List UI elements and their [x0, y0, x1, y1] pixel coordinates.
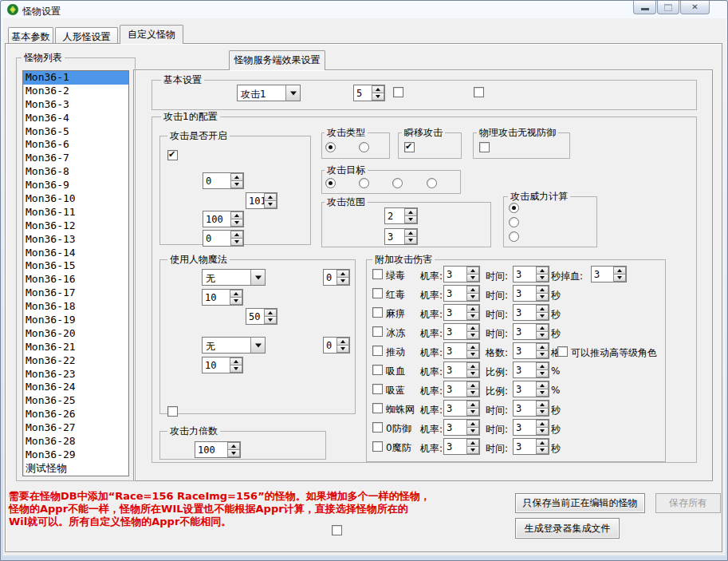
damage-param-spinner[interactable]: 3: [513, 266, 549, 282]
spin-up-icon[interactable]: [404, 229, 417, 237]
target-count-spinner[interactable]: 0: [203, 230, 244, 247]
spin-down-icon[interactable]: [230, 239, 243, 246]
spin-down-icon[interactable]: [466, 389, 479, 397]
damage-chance-spinner[interactable]: 3: [443, 266, 480, 282]
damage-name-label[interactable]: 吸血: [386, 365, 405, 378]
damage-name-label[interactable]: 推动: [386, 346, 405, 359]
spin-down-icon[interactable]: [466, 313, 479, 320]
spin-down-icon[interactable]: [336, 346, 349, 353]
spin-up-icon[interactable]: [227, 442, 240, 450]
spin-down-icon[interactable]: [536, 428, 549, 435]
list-item[interactable]: Mon36-19: [23, 314, 128, 327]
list-item[interactable]: Mon36-10: [23, 192, 128, 206]
damage-param-spinner[interactable]: 3: [513, 361, 549, 378]
spin-up-icon[interactable]: [536, 439, 549, 447]
enable-attack-checkbox[interactable]: [167, 150, 178, 160]
spin-up-icon[interactable]: [466, 362, 479, 370]
list-item[interactable]: Mon36-21: [23, 341, 128, 354]
spin-up-icon[interactable]: [536, 305, 549, 313]
chevron-down-icon[interactable]: [250, 338, 265, 353]
push-high-level-checkbox[interactable]: [557, 346, 568, 357]
melee-radio[interactable]: [325, 142, 336, 152]
list-item[interactable]: Mon36-16: [23, 273, 128, 286]
damage-enable-checkbox[interactable]: [372, 288, 383, 298]
maximize-button[interactable]: [657, 1, 679, 14]
spin-up-icon[interactable]: [230, 211, 243, 219]
list-item[interactable]: Mon36-5: [23, 125, 128, 139]
spin-up-icon[interactable]: [466, 381, 479, 389]
push-high-level-label[interactable]: 可以推动高等级角色: [571, 346, 657, 360]
list-item[interactable]: Mon36-9: [23, 179, 128, 192]
spin-up-icon[interactable]: [466, 305, 479, 313]
damage-chance-spinner[interactable]: 3: [443, 342, 480, 359]
list-item[interactable]: Mon36-29: [23, 448, 128, 462]
attack-select[interactable]: 攻击1: [237, 85, 301, 101]
damage-chance-spinner[interactable]: 3: [443, 438, 480, 455]
spin-down-icon[interactable]: [466, 428, 479, 435]
spin-down-icon[interactable]: [466, 370, 479, 377]
damage-name-label[interactable]: 蜘蛛网: [386, 403, 415, 417]
damage-enable-checkbox[interactable]: [372, 307, 383, 318]
teleport-checkbox[interactable]: [404, 142, 415, 152]
spin-down-icon[interactable]: [230, 365, 242, 373]
list-item[interactable]: Mon36-25: [23, 394, 128, 408]
list-item[interactable]: Mon36-22: [23, 354, 128, 368]
spin-down-icon[interactable]: [536, 275, 549, 282]
save-current-button[interactable]: 只保存当前正在编辑的怪物: [515, 493, 645, 513]
spin-down-icon[interactable]: [536, 351, 549, 358]
spin-up-icon[interactable]: [230, 358, 242, 365]
list-item[interactable]: Mon36-13: [23, 233, 128, 247]
damage-enable-checkbox[interactable]: [372, 384, 383, 394]
damage-param-spinner[interactable]: 3: [513, 381, 549, 397]
use-mc-radio[interactable]: [509, 217, 519, 227]
spin-down-icon[interactable]: [372, 93, 384, 101]
list-item[interactable]: Mon36-6: [23, 138, 128, 152]
list-item[interactable]: Mon36-15: [23, 259, 128, 273]
tab-server-effects[interactable]: 怪物服务端效果设置: [229, 50, 325, 70]
spin-down-icon[interactable]: [466, 447, 479, 454]
spin-up-icon[interactable]: [613, 267, 626, 275]
spin-down-icon[interactable]: [466, 294, 479, 301]
sight-range-spinner[interactable]: 5: [353, 85, 385, 101]
spin-down-icon[interactable]: [466, 275, 479, 282]
spin-up-icon[interactable]: [536, 362, 549, 370]
spin-up-icon[interactable]: [466, 267, 479, 275]
spin-up-icon[interactable]: [536, 381, 549, 389]
list-item[interactable]: Mon36-4: [23, 112, 128, 125]
list-item[interactable]: Mon36-7: [23, 152, 128, 165]
tab-custom-monsters[interactable]: 自定义怪物: [120, 25, 183, 44]
attack-level-spinner[interactable]: 0: [323, 337, 350, 354]
damage-name-label[interactable]: 麻痹: [386, 307, 405, 321]
damage-name-label[interactable]: 吸蓝: [386, 384, 405, 397]
spin-up-icon[interactable]: [336, 338, 349, 346]
spin-up-icon[interactable]: [536, 343, 549, 351]
spin-down-icon[interactable]: [536, 409, 549, 416]
list-item[interactable]: Mon36-8: [23, 165, 128, 179]
group-range-spinner[interactable]: 3: [384, 228, 418, 245]
use-sc-radio[interactable]: [509, 231, 519, 242]
list-item[interactable]: Mon36-12: [23, 219, 128, 233]
list-item[interactable]: 测试怪物: [23, 462, 128, 476]
target-halfmoon-radio[interactable]: [427, 178, 437, 188]
magic-chance-spinner[interactable]: 10: [202, 357, 243, 373]
spin-up-icon[interactable]: [336, 270, 349, 278]
spin-down-icon[interactable]: [536, 447, 549, 454]
list-item[interactable]: Mon36-28: [23, 435, 128, 448]
damage-name-label[interactable]: 0防御: [386, 422, 411, 436]
list-item[interactable]: Mon36-17: [23, 286, 128, 300]
use-interval-spinner[interactable]: 0: [203, 172, 244, 189]
use-chance-spinner[interactable]: 100: [203, 211, 244, 227]
damage-param-spinner[interactable]: 3: [513, 400, 549, 417]
damage-chance-spinner[interactable]: 3: [443, 381, 480, 397]
list-item[interactable]: Mon36-2: [23, 85, 128, 98]
damage-enable-checkbox[interactable]: [372, 346, 383, 356]
damage-chance-spinner[interactable]: 3: [443, 400, 480, 417]
spin-down-icon[interactable]: [264, 201, 277, 208]
spin-up-icon[interactable]: [404, 208, 417, 216]
minimize-button[interactable]: [633, 1, 656, 14]
spin-up-icon[interactable]: [264, 193, 277, 201]
damage-param-spinner[interactable]: 3: [513, 438, 549, 455]
damage-chance-spinner[interactable]: 3: [443, 361, 480, 378]
tab-basic-params[interactable]: 基本参数: [8, 27, 53, 44]
spin-down-icon[interactable]: [536, 332, 549, 339]
